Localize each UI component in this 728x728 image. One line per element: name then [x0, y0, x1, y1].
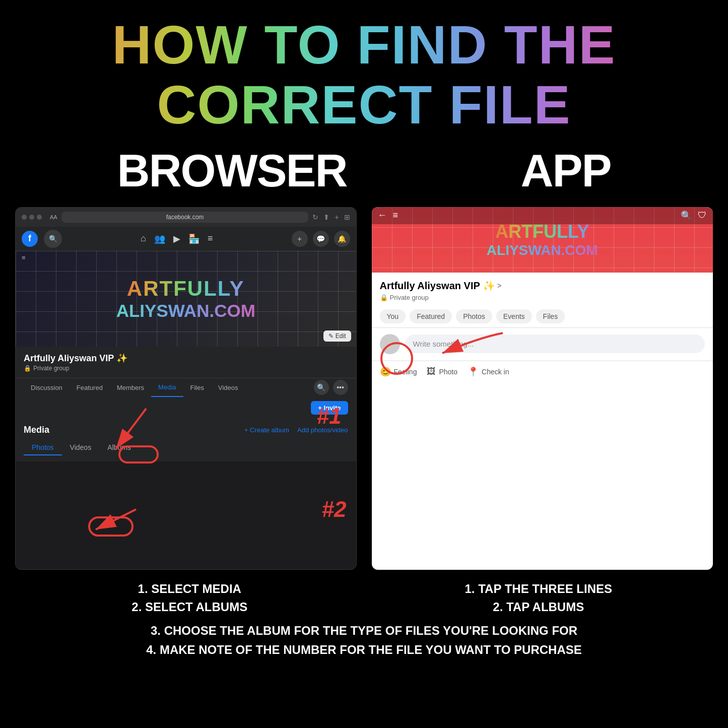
- browser-window-controls: [22, 215, 42, 220]
- app-mockup: ← ≡ 🔍 🛡 ARTFULLY ALIYSWAN.COM Artf: [372, 207, 713, 570]
- app-photo-action[interactable]: 🖼 Photo: [427, 366, 457, 377]
- browser-aa-label: AA: [50, 214, 57, 220]
- app-search-icon[interactable]: 🔍: [681, 210, 692, 221]
- fb-compose-icon[interactable]: +: [292, 231, 308, 247]
- page-header: HOW TO FIND THE CORRECT FILE: [0, 0, 728, 140]
- refresh-icon[interactable]: ↻: [312, 213, 318, 221]
- app-tab-events[interactable]: Events: [496, 309, 532, 323]
- app-photo-icon: 🖼: [427, 366, 436, 377]
- tab-media[interactable]: Media: [151, 378, 183, 397]
- media-tab-albums[interactable]: Albums: [99, 440, 139, 455]
- app-instruction-1: 1. TAP THE THREE LINES: [369, 580, 708, 598]
- bottom-instructions: 1. SELECT MEDIA 2. SELECT ALBUMS 1. TAP …: [0, 570, 728, 621]
- facebook-logo: f: [22, 231, 38, 247]
- cover-brand: ARTFULLY ALIYSWAN.COM: [116, 277, 255, 321]
- group-more-icon[interactable]: •••: [333, 380, 348, 395]
- create-album-link[interactable]: + Create album: [244, 426, 289, 434]
- browser-instruction-1: 1. SELECT MEDIA: [20, 580, 359, 598]
- edit-button[interactable]: ✎ Edit: [323, 330, 351, 342]
- browser-dot-1: [22, 215, 27, 220]
- fb-bell-icon[interactable]: 🔔: [334, 231, 350, 247]
- group-info: Artfully Aliyswan VIP ✨ 🔒 Private group: [16, 347, 356, 378]
- tab-files[interactable]: Files: [183, 379, 211, 396]
- annotation-number-1: #1: [317, 404, 342, 429]
- media-section: Media + Create album Add photos/video Ph…: [16, 419, 356, 461]
- app-brand-line1: ARTFULLY: [487, 221, 598, 242]
- app-write-input[interactable]: Write something...: [405, 335, 705, 353]
- lock-icon: 🔒: [24, 365, 31, 372]
- media-header: Media + Create album Add photos/video: [24, 425, 348, 435]
- browser-toolbar: AA facebook.com ↻ ⬆ + ⊞: [16, 208, 356, 227]
- fb-home-icon[interactable]: ⌂: [141, 233, 146, 244]
- app-feeling-action[interactable]: 😊 Feeling: [380, 366, 417, 377]
- tab-videos[interactable]: Videos: [211, 379, 245, 396]
- app-group-info: Artfully Aliyswan VIP ✨ > 🔒 Private grou…: [372, 273, 713, 305]
- browser-instructions: 1. SELECT MEDIA 2. SELECT ALBUMS: [20, 580, 359, 616]
- tab-members[interactable]: Members: [110, 379, 151, 396]
- share-icon[interactable]: ⬆: [323, 213, 329, 221]
- cover-brand-line1: ARTFULLY: [116, 277, 255, 301]
- app-group-privacy: 🔒 Private group: [380, 294, 705, 301]
- app-heading: APP: [520, 145, 611, 197]
- fb-store-icon[interactable]: 🏪: [188, 233, 200, 244]
- app-group-name: Artfully Aliyswan VIP ✨ >: [380, 280, 705, 292]
- grid-icon[interactable]: ⊞: [344, 213, 350, 221]
- app-cover-brand: ARTFULLY ALIYSWAN.COM: [487, 221, 598, 258]
- media-tabs: Photos Videos Albums: [24, 440, 348, 455]
- app-brand-line2: ALIYSWAN.COM: [487, 242, 598, 258]
- group-name: Artfully Aliyswan VIP ✨: [24, 353, 348, 364]
- app-user-avatar: [380, 334, 400, 354]
- app-tab-files[interactable]: Files: [536, 309, 565, 323]
- app-action-bar: 😊 Feeling 🖼 Photo 📍 Check in: [372, 361, 713, 382]
- app-lock-icon: 🔒: [380, 294, 388, 301]
- media-title: Media: [24, 425, 49, 435]
- app-instructions: 1. TAP THE THREE LINES 2. TAP ALBUMS: [369, 580, 708, 616]
- group-nav-tabs: Discussion Featured Members Media Files …: [16, 378, 356, 397]
- browser-column: AA facebook.com ↻ ⬆ + ⊞ f 🔍 ⌂ 👥 ▶ 🏪: [15, 207, 357, 570]
- tab-discussion[interactable]: Discussion: [24, 379, 70, 396]
- group-search-icon[interactable]: 🔍: [314, 380, 329, 395]
- fb-search-bar[interactable]: 🔍: [44, 230, 62, 248]
- app-checkin-action[interactable]: 📍 Check in: [468, 366, 509, 377]
- fb-hamburger-small: ≡: [22, 254, 26, 261]
- group-privacy: 🔒 Private group: [24, 365, 348, 372]
- app-tab-featured[interactable]: Featured: [410, 309, 452, 323]
- cover-brand-line2: ALIYSWAN.COM: [116, 301, 255, 321]
- app-tabs: You Featured Photos Events Files: [372, 305, 713, 328]
- app-checkin-icon: 📍: [468, 366, 479, 377]
- main-title: HOW TO FIND THE CORRECT FILE: [10, 15, 718, 135]
- shared-instructions: 3. CHOOSE THE ALBUM FOR THE TYPE OF FILE…: [0, 621, 728, 670]
- app-tab-photos[interactable]: Photos: [456, 309, 492, 323]
- media-tab-photos[interactable]: Photos: [24, 440, 62, 455]
- fb-nav-icons: ⌂ 👥 ▶ 🏪 ≡: [68, 233, 286, 244]
- group-cover: ≡ ARTFULLY ALIYSWAN.COM ✎ Edit: [16, 251, 356, 347]
- browser-mockup: AA facebook.com ↻ ⬆ + ⊞ f 🔍 ⌂ 👥 ▶ 🏪: [15, 207, 357, 570]
- fb-friends-icon[interactable]: 👥: [154, 233, 165, 244]
- browser-instruction-2: 2. SELECT ALBUMS: [20, 598, 359, 616]
- app-back-icon[interactable]: ←: [378, 210, 387, 221]
- facebook-header: f 🔍 ⌂ 👥 ▶ 🏪 ≡ + 💬 🔔: [16, 227, 356, 251]
- browser-nav-icons: ↻ ⬆ + ⊞: [312, 213, 350, 221]
- fb-action-icons: + 💬 🔔: [292, 231, 350, 247]
- app-header-cover: ← ≡ 🔍 🛡 ARTFULLY ALIYSWAN.COM: [372, 207, 713, 273]
- group-nav-right: 🔍 •••: [314, 380, 348, 395]
- main-columns: AA facebook.com ↻ ⬆ + ⊞ f 🔍 ⌂ 👥 ▶ 🏪: [0, 207, 728, 570]
- section-headings: BROWSER APP: [0, 140, 728, 207]
- browser-dot-3: [37, 215, 42, 220]
- app-hamburger-icon[interactable]: ≡: [393, 210, 399, 221]
- app-column: ← ≡ 🔍 🛡 ARTFULLY ALIYSWAN.COM Artf: [372, 207, 713, 570]
- app-tab-you[interactable]: You: [380, 309, 406, 323]
- media-tab-videos[interactable]: Videos: [62, 440, 100, 455]
- fb-menu-icon[interactable]: ≡: [208, 233, 213, 244]
- fb-messenger-icon[interactable]: 💬: [313, 231, 329, 247]
- plus-icon[interactable]: +: [335, 213, 339, 221]
- app-write-area: Write something...: [372, 328, 713, 361]
- fb-video-icon[interactable]: ▶: [173, 233, 180, 244]
- browser-dot-2: [29, 215, 34, 220]
- browser-url-bar[interactable]: facebook.com: [61, 212, 309, 223]
- tab-featured[interactable]: Featured: [70, 379, 110, 396]
- app-shield-icon[interactable]: 🛡: [698, 210, 707, 221]
- app-instruction-2: 2. TAP ALBUMS: [369, 598, 708, 616]
- shared-instruction-2: 4. MAKE NOTE OF THE NUMBER FOR THE FILE …: [20, 640, 708, 659]
- annotation-number-2: #2: [322, 497, 347, 522]
